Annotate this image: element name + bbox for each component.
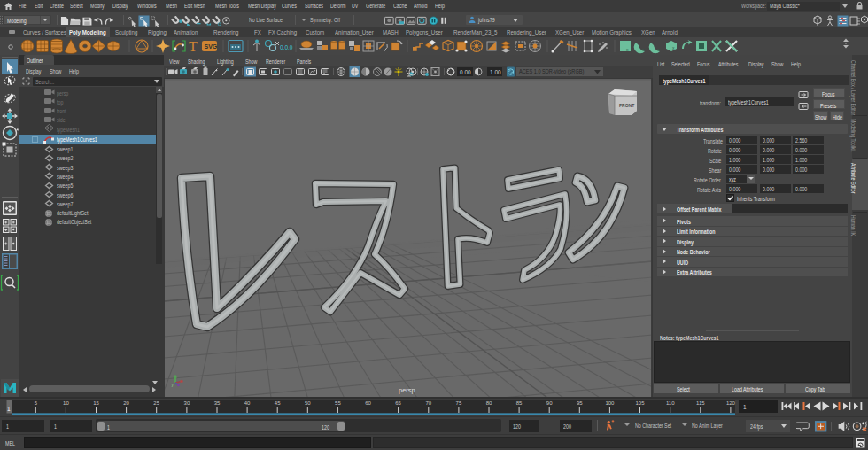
svg-text:95: 95 — [577, 400, 583, 406]
svg-text:SVG: SVG — [205, 43, 218, 50]
svg-text:60: 60 — [365, 400, 371, 406]
svg-text:65: 65 — [395, 400, 401, 406]
svg-text:85: 85 — [516, 400, 523, 406]
svg-text:105: 105 — [635, 400, 645, 406]
svg-text:115: 115 — [696, 400, 705, 406]
svg-text:50: 50 — [305, 400, 311, 406]
svg-text:1: 1 — [7, 406, 11, 412]
svg-text:35: 35 — [214, 400, 221, 406]
svg-text:persp: persp — [399, 386, 415, 394]
svg-text:55: 55 — [335, 400, 341, 406]
svg-text:30: 30 — [184, 400, 190, 406]
svg-text:90: 90 — [546, 400, 553, 406]
svg-text:ACES 1.0 SDR-video (sRGB): ACES 1.0 SDR-video (sRGB) — [519, 68, 584, 76]
svg-text:120: 120 — [726, 400, 736, 406]
svg-text:75: 75 — [456, 400, 462, 406]
svg-text:45: 45 — [275, 400, 281, 406]
svg-text:20: 20 — [123, 400, 129, 406]
svg-text:25: 25 — [153, 400, 159, 406]
svg-text:40: 40 — [244, 400, 251, 406]
svg-text:80: 80 — [486, 400, 492, 406]
svg-text:T: T — [189, 39, 198, 54]
svg-text:0.00: 0.00 — [460, 69, 471, 75]
svg-text:FRONT: FRONT — [619, 103, 634, 108]
svg-text:70: 70 — [425, 400, 431, 406]
svg-text:1.00: 1.00 — [490, 69, 501, 75]
svg-text:1: 1 — [743, 404, 747, 410]
svg-text:10: 10 — [63, 400, 69, 406]
svg-text:15: 15 — [93, 400, 99, 406]
svg-text:110: 110 — [666, 400, 675, 406]
svg-text:0,0,0: 0,0,0 — [280, 44, 293, 50]
svg-text:100: 100 — [605, 400, 615, 406]
